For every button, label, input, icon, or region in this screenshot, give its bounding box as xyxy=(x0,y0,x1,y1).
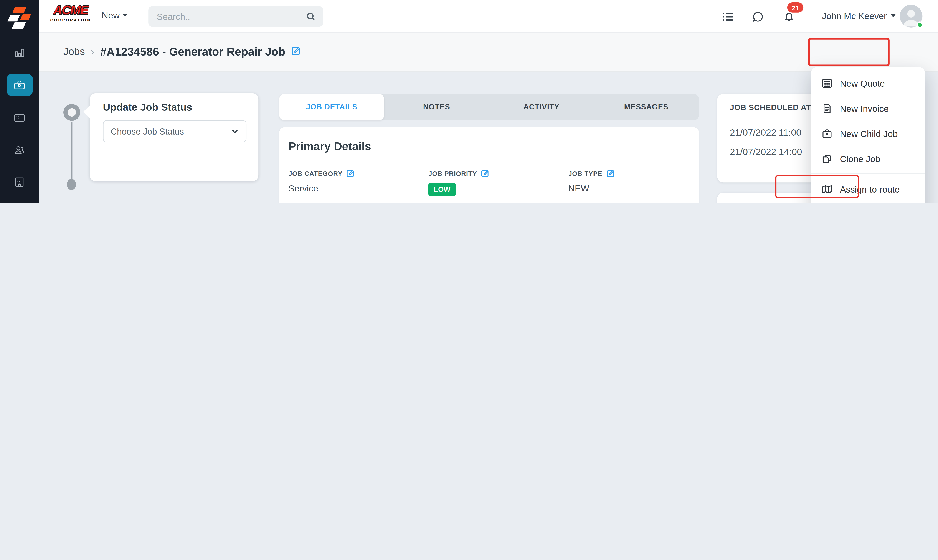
timeline-node xyxy=(63,104,80,121)
page-header-bar: Jobs › #A1234586 - Generator Repair Job xyxy=(39,33,938,72)
breadcrumb: Jobs › #A1234586 - Generator Repair Job xyxy=(63,45,301,58)
search-icon[interactable] xyxy=(306,11,316,22)
priority-badge: LOW xyxy=(428,183,456,196)
menu-divider xyxy=(811,174,925,174)
field-label: JOB CATEGORY xyxy=(288,169,420,178)
menu-item-new-child-job[interactable]: New Child Job xyxy=(811,121,925,146)
field-label: JOB TYPE xyxy=(568,169,699,178)
tab-job-details[interactable]: JOB DETAILS xyxy=(279,94,384,120)
briefcase-icon xyxy=(822,128,832,138)
search-input[interactable] xyxy=(156,11,306,22)
calculator-icon xyxy=(822,78,832,88)
menu-item-new-invoice[interactable]: New Invoice xyxy=(811,96,925,121)
menu-item-new-quote[interactable]: New Quote xyxy=(811,71,925,96)
scheduled-start: 21/07/2022 11:00 xyxy=(730,128,801,138)
job-scheduled-heading: JOB SCHEDULED AT xyxy=(730,103,811,112)
breadcrumb-separator: › xyxy=(91,46,94,58)
building-icon xyxy=(13,175,26,188)
tab-notes[interactable]: NOTES xyxy=(384,94,489,120)
chevron-down-icon xyxy=(123,14,128,17)
field-value: NEW xyxy=(568,183,699,193)
primary-details-heading: Primary Details xyxy=(288,140,371,153)
edit-icon[interactable] xyxy=(607,169,615,178)
online-status-dot xyxy=(916,22,923,28)
global-search xyxy=(148,6,323,27)
org-logo-subtitle: CORPORATION xyxy=(48,18,93,22)
chevron-down-icon xyxy=(891,14,896,17)
bar-chart-icon xyxy=(13,46,26,59)
edit-icon[interactable] xyxy=(347,169,355,178)
field-value: Service xyxy=(288,183,420,193)
job-tabs: JOB DETAILS NOTES ACTIVITY MESSAGES xyxy=(279,94,699,120)
top-navigation-bar: ACME CORPORATION New 21 John Mc Keever xyxy=(39,0,938,33)
sidebar-item-organization[interactable] xyxy=(6,171,32,193)
user-menu[interactable]: John Mc Keever xyxy=(822,11,896,21)
org-logo-text: ACME xyxy=(48,3,93,17)
field-label: JOB PRIORITY xyxy=(428,169,560,178)
more-actions-menu: New Quote New Invoice New Child Job Clon… xyxy=(811,67,925,203)
chat-icon[interactable] xyxy=(751,10,764,23)
edit-title-icon[interactable] xyxy=(291,46,301,58)
job-status-select[interactable]: Choose Job Status xyxy=(103,120,246,142)
sidebar-item-dispatch-board[interactable] xyxy=(6,106,32,129)
update-job-status-card: Update Job Status Choose Job Status xyxy=(90,93,259,181)
people-icon xyxy=(13,143,26,156)
sidebar-item-service-territories[interactable] xyxy=(6,203,32,203)
sidebar-item-dashboard[interactable] xyxy=(6,41,32,64)
briefcase-icon xyxy=(13,78,26,91)
invoice-icon xyxy=(822,103,832,113)
timeline-line xyxy=(71,122,72,179)
chevron-down-icon xyxy=(231,128,239,135)
sidebar-nav xyxy=(0,0,39,203)
timeline-end-dot xyxy=(67,179,76,190)
employees-assigned-heading: EMPLOYEES ASSIGNED xyxy=(730,202,824,203)
scheduled-end: 21/07/2022 14:00 xyxy=(730,146,802,157)
page-title: #A1234586 - Generator Repair Job xyxy=(100,45,285,58)
sidebar-item-customers[interactable] xyxy=(6,138,32,161)
card-pointer xyxy=(83,105,90,118)
zuper-logo-icon[interactable] xyxy=(7,4,32,30)
org-logo: ACME CORPORATION xyxy=(48,3,93,22)
menu-item-assign-to-route[interactable]: Assign to route xyxy=(811,177,925,202)
new-menu-button[interactable]: New xyxy=(102,10,128,20)
route-map-icon xyxy=(822,184,832,194)
tab-activity[interactable]: ACTIVITY xyxy=(489,94,594,120)
breadcrumb-jobs-link[interactable]: Jobs xyxy=(63,46,85,58)
edit-icon[interactable] xyxy=(481,169,490,178)
app-window: ACME CORPORATION New 21 John Mc Keever J… xyxy=(0,0,938,203)
tab-messages[interactable]: MESSAGES xyxy=(594,94,699,120)
status-card-title: Update Job Status xyxy=(103,102,192,114)
task-list-icon[interactable] xyxy=(721,10,735,23)
menu-item-add-asset[interactable]: Add Asset xyxy=(811,202,925,203)
job-details-panel: Primary Details JOB CATEGORY Service JOB… xyxy=(279,128,699,203)
menu-item-clone-job[interactable]: Clone Job xyxy=(811,146,925,171)
notification-count-badge[interactable]: 21 xyxy=(787,2,803,12)
clone-icon xyxy=(822,154,832,164)
sidebar-item-jobs[interactable] xyxy=(6,74,32,96)
calendar-icon xyxy=(13,111,26,123)
